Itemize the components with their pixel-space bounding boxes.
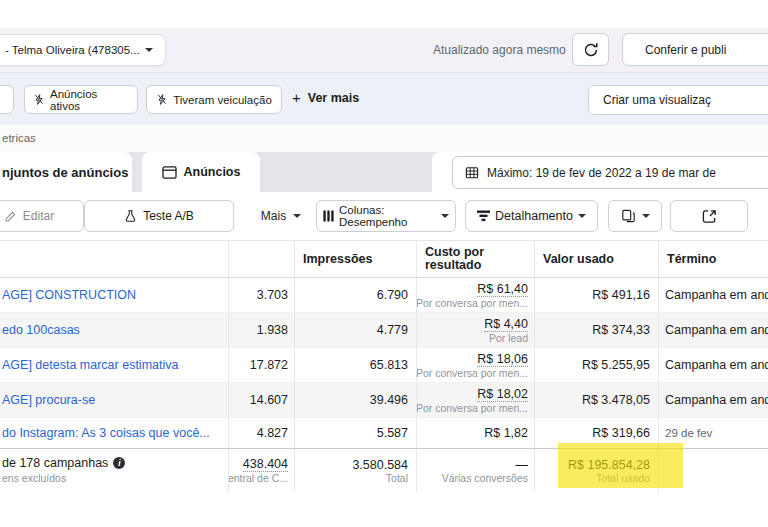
columns-icon [323, 210, 334, 222]
footer-impressions-value: 3.580.584 [352, 458, 408, 472]
reports-button[interactable] [608, 200, 662, 232]
footer-spent-cell: R$ 195.854,28 Total usado [535, 449, 659, 492]
more-button[interactable]: Mais [250, 200, 312, 232]
columns-button[interactable]: Colunas: Desempenho [316, 200, 456, 232]
tab-adsets-label: njuntos de anúncios [2, 165, 128, 180]
cost-subtext: Por conversa por men... [417, 402, 528, 414]
campaign-link[interactable]: do Instagram: As 3 coisas que você... [0, 418, 229, 448]
header-end-label: Término [667, 253, 716, 266]
account-selector[interactable]: - Telma Oliveira (478305... [0, 34, 166, 66]
results-cell: 4.827 [229, 418, 295, 448]
campaigns-table: Impressões Custo por resultado Valor usa… [0, 240, 768, 492]
end-cell: Campanha em andamento [659, 383, 768, 417]
footer-label: de 178 campanhas [2, 456, 108, 471]
filter-had-delivery[interactable]: Tiveram veiculação [146, 85, 282, 114]
review-publish-button[interactable]: Conferir e publi [622, 33, 768, 66]
create-view-button[interactable]: Criar uma visualizaç [588, 85, 768, 115]
table-row[interactable]: AGE] CONSTRUCTION 3.703 6.790 R$ 61,40 P… [0, 278, 768, 313]
chevron-down-icon [145, 48, 153, 52]
table-header-row: Impressões Custo por resultado Valor usa… [0, 240, 768, 278]
pencil-icon [4, 210, 17, 223]
table-row[interactable]: do Instagram: As 3 coisas que você... 4.… [0, 418, 768, 448]
ab-test-button[interactable]: Teste A/B [84, 200, 234, 232]
impressions-cell: 6.790 [295, 278, 417, 312]
tab-strip: njuntos de anúncios Anúncios Máximo: 19 … [0, 152, 768, 192]
filter-bar: Anúncios ativos Tiveram veiculação + Ver… [0, 72, 768, 125]
results-cell: 3.703 [229, 278, 295, 312]
footer-impressions-subtext: Total [386, 472, 408, 484]
cost-value: R$ 18,02 [477, 387, 528, 402]
footer-impressions-cell: 3.580.584 Total [295, 449, 417, 492]
flask-icon [124, 209, 137, 223]
header-end[interactable]: Término [659, 241, 768, 277]
tab-ads-label: Anúncios [184, 165, 241, 179]
footer-spent-subtext: Total usado [596, 472, 650, 484]
footer-results-cell: 438.404 Central de C... [229, 449, 295, 492]
chevron-down-icon [578, 214, 586, 218]
filter-active-ads[interactable]: Anúncios ativos [24, 85, 138, 114]
filter-had-delivery-label: Tiveram veiculação [173, 94, 272, 106]
header-name[interactable] [0, 241, 229, 277]
filter-chip-clipped[interactable] [0, 85, 14, 114]
account-name: - Telma Oliveira (478305... [5, 44, 140, 56]
create-view-label: Criar uma visualizaç [603, 93, 711, 107]
spent-cell: R$ 491,16 [535, 278, 659, 312]
info-icon[interactable]: i [113, 457, 125, 469]
results-cell: 14.607 [229, 383, 295, 417]
tab-ads[interactable]: Anúncios [142, 152, 260, 192]
date-range-button[interactable]: Máximo: 19 de fev de 2022 a 19 de mar de [452, 156, 768, 189]
spent-cell: R$ 319,66 [535, 418, 659, 448]
header-spent[interactable]: Valor usado [535, 241, 659, 277]
impressions-cell: 4.779 [295, 313, 417, 347]
ab-test-label: Teste A/B [143, 209, 194, 223]
end-cell: Campanha em andamento [659, 278, 768, 312]
campaign-link[interactable]: AGE] procura-se [0, 383, 229, 417]
footer-summary-cell: de 178 campanhas i ens excluídos [0, 449, 229, 492]
spent-cell: R$ 374,33 [535, 313, 659, 347]
metrics-row: etricas [0, 125, 768, 152]
footer-cost-value: — [516, 458, 529, 472]
plus-icon: + [292, 92, 301, 104]
breakdown-button[interactable]: Detalhamento [465, 200, 598, 232]
header-impressions-label: Impressões [303, 253, 372, 266]
table-row[interactable]: edo 100casas 1.938 4.779 R$ 4,40 Por lea… [0, 313, 768, 348]
campaign-link[interactable]: AGE] CONSTRUCTION [0, 278, 229, 312]
tab-adsets[interactable]: njuntos de anúncios [0, 152, 132, 192]
end-cell: Campanha em andamento [659, 313, 768, 347]
stacked-docs-icon [621, 209, 636, 223]
table-row[interactable]: AGE] procura-se 14.607 39.496 R$ 18,02 P… [0, 383, 768, 418]
breakdown-icon [477, 210, 490, 222]
impressions-cell: 39.496 [295, 383, 417, 417]
table-row[interactable]: AGE] detesta marcar estimativa 17.872 65… [0, 348, 768, 383]
header-results[interactable] [229, 241, 295, 277]
campaign-link[interactable]: AGE] detesta marcar estimativa [0, 348, 229, 382]
refresh-button[interactable] [572, 33, 609, 66]
campaign-link[interactable]: edo 100casas [0, 313, 229, 347]
bolt-slash-icon [156, 93, 168, 106]
spent-cell: R$ 3.478,05 [535, 383, 659, 417]
header-cost-label: Custo por resultado [425, 246, 489, 272]
footer-cost-subtext: Várias conversões [442, 472, 528, 484]
table-toolbar: Editar Teste A/B Mais Colunas: Desempenh… [0, 192, 768, 240]
results-cell: 17.872 [229, 348, 295, 382]
review-publish-label: Conferir e publi [645, 43, 726, 57]
calendar-icon [465, 166, 479, 179]
footer-cost-cell: — Várias conversões [417, 449, 535, 492]
chevron-down-icon [642, 214, 650, 218]
cost-cell: R$ 18,06 Por conversa por men... [417, 348, 535, 382]
cost-subtext: Por conversa por men... [417, 297, 528, 309]
header-cost[interactable]: Custo por resultado [417, 241, 535, 277]
footer-results-value: 438.404 [243, 457, 288, 472]
edit-label: Editar [23, 209, 54, 223]
see-more-button[interactable]: + Ver mais [292, 91, 359, 105]
export-button[interactable] [670, 200, 748, 232]
table-footer-row: de 178 campanhas i ens excluídos 438.404… [0, 448, 768, 492]
more-label: Mais [261, 209, 286, 223]
spent-cell: R$ 5.255,95 [535, 348, 659, 382]
edit-button[interactable]: Editar [0, 200, 84, 232]
chevron-down-icon [441, 214, 449, 218]
footer-sublabel: ens excluídos [2, 471, 66, 486]
header-impressions[interactable]: Impressões [295, 241, 417, 277]
results-cell: 1.938 [229, 313, 295, 347]
cost-subtext: Por lead [489, 332, 528, 344]
